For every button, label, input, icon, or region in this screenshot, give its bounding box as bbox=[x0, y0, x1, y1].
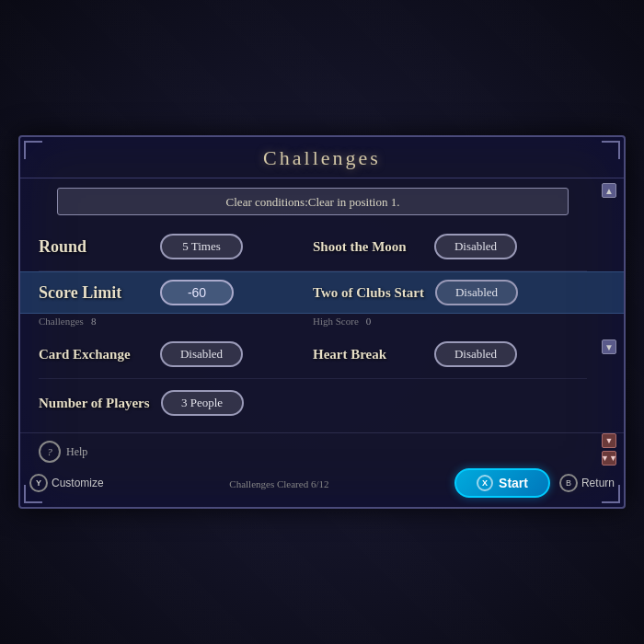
players-section: Number of Players 3 People bbox=[39, 390, 313, 416]
round-row: Round 5 Times Shoot the Moon Disabled bbox=[39, 223, 587, 271]
scroll-to-bottom-button[interactable]: ▼▼ bbox=[602, 451, 616, 466]
help-section: ? Help bbox=[39, 441, 87, 463]
start-return-area: X Start B Return bbox=[454, 468, 615, 498]
content-area: Clear conditions:Clear in position 1. Ro… bbox=[20, 188, 624, 427]
shoot-moon-value-button[interactable]: Disabled bbox=[434, 234, 517, 259]
round-value-button[interactable]: 5 Times bbox=[160, 234, 243, 259]
challenges-progress: Challenges Cleared 6/12 bbox=[229, 478, 328, 489]
high-score-sub-label: High Score bbox=[313, 316, 359, 327]
dialog-container: ▲ Challenges Clear conditions:Clear in p… bbox=[18, 135, 626, 509]
clear-condition-bar: Clear conditions:Clear in position 1. bbox=[57, 188, 569, 215]
heart-break-section: Heart Break Disabled bbox=[313, 341, 587, 367]
score-limit-row: Score Limit -60 Two of Clubs Start Disab… bbox=[20, 271, 624, 314]
mid-scroll-area: ▼ bbox=[602, 339, 616, 354]
players-label: Number of Players bbox=[39, 396, 150, 411]
start-icon-label: X bbox=[482, 478, 488, 488]
scroll-down-mid-button[interactable]: ▼ bbox=[602, 339, 616, 354]
two-clubs-section: Two of Clubs Start Disabled bbox=[313, 280, 587, 305]
high-score-sub-value: 0 bbox=[366, 316, 372, 327]
help-icon-label: ? bbox=[47, 446, 52, 457]
scroll-up-button[interactable]: ▲ bbox=[602, 183, 616, 198]
dialog-header: Challenges bbox=[20, 137, 624, 178]
score-limit-value-button[interactable]: -60 bbox=[160, 280, 234, 305]
corner-bl bbox=[24, 485, 42, 503]
card-exchange-section: Card Exchange Disabled bbox=[39, 341, 313, 367]
help-bar: ? Help bbox=[20, 432, 624, 463]
score-limit-label: Score Limit bbox=[39, 283, 149, 303]
heart-break-label: Heart Break bbox=[313, 347, 423, 362]
shoot-moon-section: Shoot the Moon Disabled bbox=[313, 234, 587, 259]
help-icon-button[interactable]: ? bbox=[39, 441, 61, 463]
start-icon: X bbox=[477, 475, 493, 491]
help-label: Help bbox=[66, 445, 87, 459]
card-exchange-label: Card Exchange bbox=[39, 347, 149, 362]
challenges-sub-value: 8 bbox=[91, 316, 97, 327]
challenges-sub-label: Challenges bbox=[39, 316, 84, 327]
customize-label: Customize bbox=[52, 477, 104, 489]
bottom-actions: Y Customize Challenges Cleared 6/12 X St… bbox=[20, 463, 624, 498]
scroll-down-bottom-button[interactable]: ▼ bbox=[602, 433, 616, 448]
round-section: Round 5 Times bbox=[39, 234, 313, 259]
dialog-title: Challenges bbox=[263, 146, 381, 169]
start-button[interactable]: X Start bbox=[454, 468, 550, 498]
two-clubs-value-button[interactable]: Disabled bbox=[435, 280, 518, 305]
players-row: Number of Players 3 People bbox=[39, 379, 587, 427]
card-exchange-value-button[interactable]: Disabled bbox=[160, 341, 243, 367]
corner-br bbox=[602, 485, 620, 503]
round-label: Round bbox=[39, 237, 149, 257]
sub-info-row: Challenges 8 High Score 0 bbox=[39, 314, 587, 330]
top-scroll-area: ▲ bbox=[602, 183, 616, 201]
return-icon: B bbox=[559, 474, 578, 492]
progress-area: Challenges Cleared 6/12 bbox=[229, 475, 328, 491]
high-score-info: High Score 0 bbox=[313, 316, 587, 327]
heart-break-value-button[interactable]: Disabled bbox=[434, 341, 517, 367]
outer-wrapper: ▲ Challenges Clear conditions:Clear in p… bbox=[0, 0, 644, 644]
players-value-button[interactable]: 3 People bbox=[161, 390, 244, 416]
score-limit-section: Score Limit -60 bbox=[39, 280, 313, 305]
start-label: Start bbox=[499, 476, 528, 490]
return-icon-label: B bbox=[566, 478, 571, 488]
two-clubs-label: Two of Clubs Start bbox=[313, 285, 424, 301]
shoot-moon-label: Shoot the Moon bbox=[313, 239, 423, 255]
bottom-scroll-area: ▼ ▼▼ bbox=[602, 433, 616, 466]
challenges-info: Challenges 8 bbox=[39, 316, 313, 327]
card-exchange-row: Card Exchange Disabled Heart Break Disab… bbox=[39, 330, 587, 379]
clear-condition-text: Clear conditions:Clear in position 1. bbox=[226, 195, 400, 209]
